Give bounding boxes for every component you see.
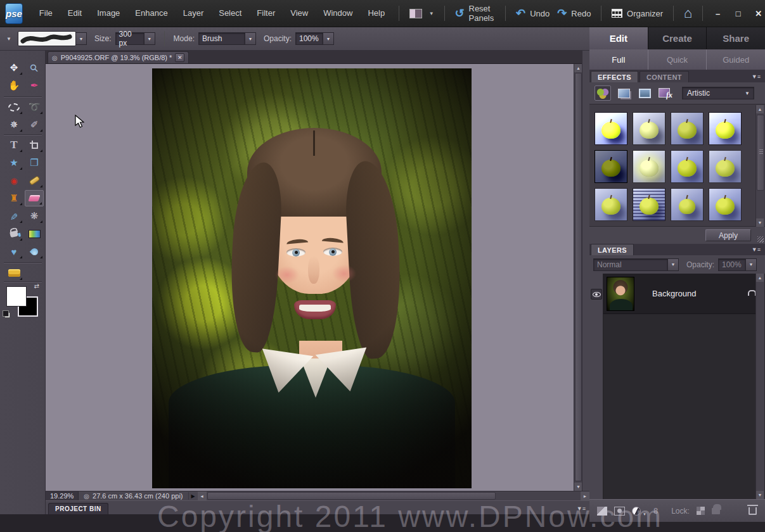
new-layer-button[interactable]: [597, 507, 607, 516]
edit-mode-quick[interactable]: Quick: [648, 49, 707, 70]
marquee-tool[interactable]: [4, 99, 23, 115]
layer-thumbnail[interactable]: [607, 277, 634, 311]
blur-tool[interactable]: [25, 243, 44, 260]
lock-all-button[interactable]: [712, 508, 720, 514]
tab-content[interactable]: CONTENT: [640, 71, 689, 82]
organizer-button[interactable]: Organizer: [608, 9, 667, 18]
move-tool[interactable]: ✥: [4, 60, 23, 76]
selection-brush-tool[interactable]: ✐: [25, 117, 44, 133]
project-bin-tab[interactable]: PROJECT BIN: [48, 503, 108, 514]
layers-opacity-arrow[interactable]: ▼: [746, 258, 757, 271]
arrange-windows-button[interactable]: ▼: [406, 9, 438, 18]
zoom-level-field[interactable]: 19.29%: [46, 491, 79, 501]
layer-row-background[interactable]: Background: [603, 274, 755, 314]
scroll-right-button[interactable]: ►: [581, 491, 589, 501]
menu-layer[interactable]: Layer: [176, 0, 212, 27]
close-button[interactable]: ✕: [750, 6, 765, 20]
apply-button[interactable]: Apply: [705, 229, 751, 241]
scroll-up-button[interactable]: ▲: [756, 105, 764, 113]
photo-effects-category-button[interactable]: [636, 86, 653, 101]
canvas-vertical-scrollbar[interactable]: ▲ ▼: [574, 64, 582, 491]
menu-view[interactable]: View: [283, 0, 316, 27]
redo-button[interactable]: ↷ Redo: [553, 8, 595, 19]
layer-styles-category-button[interactable]: [615, 86, 632, 101]
effect-thumbnail-8[interactable]: [709, 150, 742, 183]
effect-thumbnail-12[interactable]: [709, 188, 742, 221]
cookie-cutter-tool[interactable]: ★: [4, 155, 23, 171]
menu-help[interactable]: Help: [360, 0, 392, 27]
delete-layer-button[interactable]: [749, 507, 757, 515]
shape-tool[interactable]: ♥: [4, 243, 23, 260]
filters-category-button[interactable]: [595, 86, 611, 101]
brush-picker-arrow[interactable]: ▼: [76, 32, 87, 45]
tab-create[interactable]: Create: [648, 27, 707, 49]
status-options-button[interactable]: ▶: [189, 491, 198, 501]
eraser-tool[interactable]: [25, 190, 44, 206]
layers-scrollbar[interactable]: ▲ ▼: [755, 274, 764, 499]
link-layers-button[interactable]: 8: [653, 506, 658, 516]
scroll-up-button[interactable]: ▲: [756, 274, 764, 282]
brush-stroke-preview[interactable]: [18, 31, 76, 46]
paint-bucket-tool[interactable]: [4, 225, 23, 242]
minimize-button[interactable]: –: [709, 6, 727, 20]
scroll-left-button[interactable]: ◄: [198, 491, 207, 501]
canvas-area[interactable]: ▲ ▼: [46, 64, 582, 491]
lasso-tool[interactable]: ➰: [25, 99, 44, 115]
effect-thumbnail-4[interactable]: [709, 112, 742, 145]
layer-mask-button[interactable]: [614, 507, 625, 516]
scrollbar-thumb[interactable]: [757, 115, 764, 191]
tab-edit[interactable]: Edit: [589, 27, 648, 49]
menu-file[interactable]: File: [32, 0, 60, 27]
adjustment-layer-button[interactable]: [632, 507, 641, 516]
scroll-down-button[interactable]: ▼: [756, 491, 764, 499]
effect-thumbnail-11[interactable]: [671, 188, 704, 221]
scroll-down-button[interactable]: ▼: [756, 218, 764, 227]
swap-colors-icon[interactable]: ⇄: [34, 282, 39, 289]
hand-tool[interactable]: ✋: [4, 77, 23, 94]
edit-mode-full[interactable]: Full: [589, 49, 648, 70]
project-bin-menu-icon[interactable]: ▼≡: [577, 505, 586, 512]
mode-dropdown[interactable]: Brush: [198, 32, 245, 45]
effects-category-dropdown[interactable]: Artistic ▼: [682, 87, 754, 99]
effect-thumbnail-9[interactable]: [595, 188, 627, 221]
scrollbar-thumb[interactable]: [207, 492, 496, 500]
crop-tool[interactable]: [25, 137, 44, 153]
size-slider-arrow[interactable]: ▼: [145, 32, 155, 45]
effect-thumbnail-10[interactable]: [633, 188, 665, 221]
text-effects-category-button[interactable]: fx: [657, 86, 674, 101]
opacity-input[interactable]: 100%: [295, 32, 323, 45]
menu-filter[interactable]: Filter: [249, 0, 283, 27]
tab-close-button[interactable]: ✕: [175, 53, 184, 62]
mode-dropdown-arrow[interactable]: ▼: [245, 32, 256, 45]
eyedropper-tool[interactable]: ✒: [25, 77, 44, 94]
menu-edit[interactable]: Edit: [60, 0, 89, 27]
menu-image[interactable]: Image: [89, 0, 127, 27]
lock-transparency-button[interactable]: [697, 507, 705, 515]
recompose-tool[interactable]: ❐: [25, 155, 44, 171]
spot-healing-brush-tool[interactable]: [25, 172, 44, 189]
canvas-horizontal-scrollbar[interactable]: ◄ ►: [198, 491, 589, 501]
welcome-home-button[interactable]: ⌂: [680, 6, 696, 20]
menu-enhance[interactable]: Enhance: [127, 0, 175, 27]
blend-mode-arrow[interactable]: ▼: [668, 258, 679, 271]
smart-brush-tool[interactable]: ❋: [25, 208, 44, 224]
size-input[interactable]: 300 px: [115, 32, 145, 45]
photo-document[interactable]: [152, 68, 472, 488]
type-tool[interactable]: T: [4, 137, 23, 153]
foreground-color[interactable]: [6, 286, 27, 307]
tab-effects[interactable]: EFFECTS: [591, 71, 638, 82]
document-tab[interactable]: ◎ P9049925.ORF @ 19.3% (RGB/8) * ✕: [48, 51, 189, 63]
scrollbar-thumb[interactable]: [575, 73, 582, 481]
edit-mode-guided[interactable]: Guided: [707, 49, 765, 70]
reset-panels-button[interactable]: ↺ Reset Panels: [451, 4, 499, 23]
magic-wand-tool[interactable]: ✵: [4, 117, 23, 133]
layers-opacity-field[interactable]: 100%: [718, 258, 746, 271]
red-eye-removal-tool[interactable]: ◉: [4, 172, 23, 189]
brush-tool[interactable]: ✐: [4, 208, 23, 224]
gradient-tool[interactable]: [25, 225, 44, 242]
layers-panel-menu-icon[interactable]: ▼≡: [752, 246, 761, 253]
effects-scrollbar[interactable]: ▲ ▼: [755, 105, 764, 227]
zoom-tool[interactable]: ⚲: [25, 60, 44, 76]
default-colors-icon[interactable]: [4, 312, 10, 318]
tab-share[interactable]: Share: [707, 27, 765, 49]
